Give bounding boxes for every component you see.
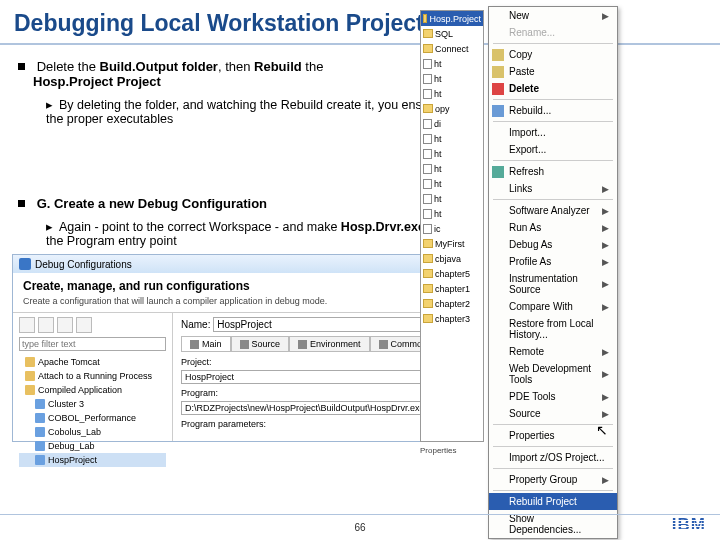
file-icon <box>423 209 432 219</box>
menu-item-rebuild[interactable]: Rebuild... <box>489 102 617 119</box>
menu-item-rebuild-project[interactable]: Rebuild Project <box>489 493 617 510</box>
menu-item-refresh[interactable]: Refresh <box>489 163 617 180</box>
file-icon <box>423 149 432 159</box>
tree-item[interactable]: di <box>434 119 441 129</box>
folder-icon <box>423 299 433 308</box>
menu-item-label: Rebuild... <box>509 105 551 116</box>
sub2-post: the Program entry point <box>46 234 177 248</box>
tree-item[interactable]: chapter3 <box>435 314 470 324</box>
tree-item[interactable]: Connect <box>435 44 469 54</box>
tree-item[interactable]: ht <box>434 89 442 99</box>
tab-source[interactable]: Source <box>231 336 290 351</box>
project-tree[interactable]: Hosp.Project SQL Connect ht ht ht opy di… <box>420 10 484 442</box>
menu-item-import-z-os-project[interactable]: Import z/OS Project... <box>489 449 617 466</box>
menu-item-label: Properties <box>509 430 555 441</box>
config-icon <box>35 399 45 409</box>
config-icon <box>35 413 45 423</box>
name-input[interactable] <box>213 317 423 332</box>
tree-item[interactable]: Compiled Application <box>38 383 122 397</box>
sub-mark-icon: ▸ <box>46 220 53 234</box>
tree-item[interactable]: Attach to a Running Process <box>38 369 152 383</box>
tree-item[interactable]: cbjava <box>435 254 461 264</box>
duplicate-button[interactable] <box>38 317 54 333</box>
tree-item[interactable]: COBOL_Performance <box>48 411 136 425</box>
dialog-titlebar[interactable]: Debug Configurations <box>13 255 483 273</box>
context-menu[interactable]: New▶Rename...CopyPasteDeleteRebuild...Im… <box>488 6 618 539</box>
menu-item-compare-with[interactable]: Compare With▶ <box>489 298 617 315</box>
tree-item-selected[interactable]: HospProject <box>48 453 97 467</box>
b1-mid: , then <box>218 59 254 74</box>
new-config-button[interactable] <box>19 317 35 333</box>
collapse-button[interactable] <box>76 317 92 333</box>
program-input[interactable] <box>181 401 441 415</box>
tree-item[interactable]: ht <box>434 134 442 144</box>
menu-item-property-group[interactable]: Property Group▶ <box>489 471 617 488</box>
b2-text: G. Create a new Debug Configuration <box>37 196 267 211</box>
tree-item[interactable]: opy <box>435 104 450 114</box>
file-icon <box>423 179 432 189</box>
tree-item[interactable]: Cluster 3 <box>48 397 84 411</box>
menu-item-import[interactable]: Import... <box>489 124 617 141</box>
menu-item-restore-from-local-history[interactable]: Restore from Local History... <box>489 315 617 343</box>
tree-item[interactable]: Apache Tomcat <box>38 355 100 369</box>
menu-separator <box>493 199 613 200</box>
menu-item-profile-as[interactable]: Profile As▶ <box>489 253 617 270</box>
menu-item-properties[interactable]: Properties <box>489 427 617 444</box>
refresh-icon <box>492 166 504 178</box>
tree-item[interactable]: ic <box>434 224 441 234</box>
menu-item-software-analyzer[interactable]: Software Analyzer▶ <box>489 202 617 219</box>
menu-item-run-as[interactable]: Run As▶ <box>489 219 617 236</box>
tree-item[interactable]: MyFirst <box>435 239 465 249</box>
tree-item[interactable]: ht <box>434 74 442 84</box>
tree-item[interactable]: ht <box>434 209 442 219</box>
menu-item-instrumentation-source[interactable]: Instrumentation Source▶ <box>489 270 617 298</box>
submenu-arrow-icon: ▶ <box>602 184 609 194</box>
menu-item-export[interactable]: Export... <box>489 141 617 158</box>
main-tab-icon <box>190 340 199 349</box>
file-icon <box>423 89 432 99</box>
menu-item-new[interactable]: New▶ <box>489 7 617 24</box>
menu-item-source[interactable]: Source▶ <box>489 405 617 422</box>
project-input[interactable] <box>181 370 441 384</box>
config-icon <box>35 427 45 437</box>
tree-item[interactable]: Cobolus_Lab <box>48 425 101 439</box>
submenu-arrow-icon: ▶ <box>602 11 609 21</box>
config-tree[interactable]: Apache Tomcat Attach to a Running Proces… <box>19 355 166 467</box>
tree-item[interactable]: ht <box>434 164 442 174</box>
tree-item[interactable]: chapter5 <box>435 269 470 279</box>
menu-item-pde-tools[interactable]: PDE Tools▶ <box>489 388 617 405</box>
tree-item[interactable]: ht <box>434 59 442 69</box>
tab-main[interactable]: Main <box>181 336 231 351</box>
menu-item-copy[interactable]: Copy <box>489 46 617 63</box>
tree-item[interactable]: ht <box>434 179 442 189</box>
menu-item-label: Import z/OS Project... <box>509 452 605 463</box>
menu-item-links[interactable]: Links▶ <box>489 180 617 197</box>
folder-icon <box>423 44 433 53</box>
tree-item[interactable]: SQL <box>435 29 453 39</box>
sub2-bold: Hosp.Drvr.exe <box>341 220 425 234</box>
menu-separator <box>493 446 613 447</box>
tab-environment[interactable]: Environment <box>289 336 370 351</box>
ibm-logo: IBM <box>672 515 706 535</box>
menu-item-remote[interactable]: Remote▶ <box>489 343 617 360</box>
tree-item[interactable]: ht <box>434 194 442 204</box>
tree-item[interactable]: ht <box>434 149 442 159</box>
tree-item[interactable]: Debug_Lab <box>48 439 95 453</box>
folder-icon <box>423 29 433 38</box>
source-tab-icon <box>240 340 249 349</box>
delete-button[interactable] <box>57 317 73 333</box>
menu-item-label: Import... <box>509 127 546 138</box>
tree-root-selected[interactable]: Hosp.Project <box>429 14 481 24</box>
b1-bold1: Build.Output folder <box>100 59 218 74</box>
tree-item[interactable]: chapter2 <box>435 299 470 309</box>
menu-item-paste[interactable]: Paste <box>489 63 617 80</box>
filter-input[interactable] <box>19 337 166 351</box>
file-icon <box>423 224 432 234</box>
menu-item-label: Remote <box>509 346 544 357</box>
menu-item-delete[interactable]: Delete <box>489 80 617 97</box>
tree-item[interactable]: chapter1 <box>435 284 470 294</box>
dialog-title-text: Debug Configurations <box>35 259 132 270</box>
menu-item-label: Copy <box>509 49 532 60</box>
menu-item-web-development-tools[interactable]: Web Development Tools▶ <box>489 360 617 388</box>
menu-item-debug-as[interactable]: Debug As▶ <box>489 236 617 253</box>
